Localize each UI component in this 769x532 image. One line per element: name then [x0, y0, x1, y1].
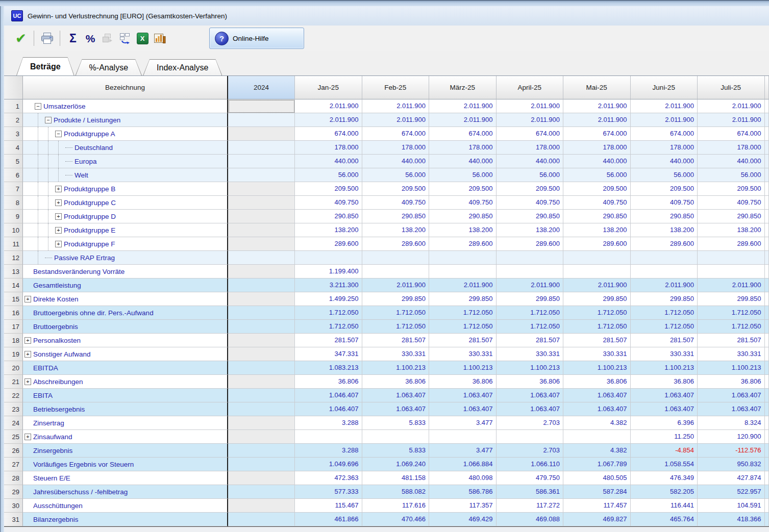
value-cell-Feb-25[interactable]	[362, 251, 430, 265]
value-cell-März-25[interactable]: 2.011.900	[429, 278, 497, 292]
row-label-cell[interactable]: Steuern E/E	[23, 471, 228, 485]
value-cell-2024[interactable]	[228, 402, 295, 416]
value-cell-März-25[interactable]	[429, 251, 497, 265]
row-number[interactable]: 6	[4, 168, 23, 182]
value-cell-April-25[interactable]: 1.063.407	[497, 389, 564, 402]
value-cell-Jan-25[interactable]: 1.046.407	[295, 402, 362, 416]
value-cell-2024[interactable]	[228, 389, 295, 402]
row-number[interactable]: 26	[4, 444, 23, 458]
value-cell-Juli-25[interactable]: 178.000	[698, 141, 765, 155]
row-number[interactable]: 30	[4, 499, 23, 513]
value-cell-2024[interactable]	[228, 444, 295, 458]
value-cell-April-25[interactable]: 2.011.900	[497, 113, 564, 127]
value-cell-Juli-25[interactable]: 1.712.050	[698, 320, 765, 334]
value-cell-Feb-25[interactable]: 2.011.900	[362, 113, 430, 127]
value-cell-Mai-25[interactable]: 440.000	[563, 155, 631, 168]
value-cell-Feb-25[interactable]: 409.750	[362, 196, 430, 210]
value-cell-Mai-25[interactable]: 587.284	[563, 485, 631, 499]
tree-expand-button[interactable]: +	[24, 434, 31, 440]
value-cell-Jan-25[interactable]: 347.331	[295, 347, 362, 361]
value-cell-April-25[interactable]: 479.750	[497, 471, 564, 485]
row-label-cell[interactable]: Europa	[23, 155, 228, 168]
row-label-cell[interactable]: +Zinsaufwand	[23, 430, 228, 444]
value-cell-Juni-25[interactable]: 409.750	[631, 196, 698, 210]
value-cell-Feb-25[interactable]: 1.100.213	[362, 361, 430, 375]
value-cell-März-25[interactable]: 2.011.900	[429, 99, 497, 113]
tree-expand-button[interactable]: +	[24, 296, 31, 302]
value-cell-März-25[interactable]: 281.507	[429, 334, 497, 347]
row-label-cell[interactable]: +Produktgruppe D	[23, 210, 228, 223]
row-number[interactable]: 9	[4, 210, 23, 223]
value-cell-Jan-25[interactable]: 461.866	[295, 513, 362, 526]
row-number[interactable]: 29	[4, 485, 23, 499]
row-label-cell[interactable]: +Produktgruppe F	[23, 237, 228, 251]
value-cell-Jan-25[interactable]: 674.000	[295, 127, 362, 141]
tab-betraege[interactable]: Beträge	[16, 57, 75, 75]
value-cell-Juli-25[interactable]: 299.850	[698, 292, 765, 306]
value-cell-Juni-25[interactable]: 116.441	[631, 499, 698, 513]
value-cell-März-25[interactable]: 1.712.050	[429, 306, 497, 320]
value-cell-April-25[interactable]: 36.806	[497, 375, 564, 389]
value-cell-2024[interactable]	[228, 237, 295, 251]
value-cell-Juli-25[interactable]: 281.507	[698, 334, 765, 347]
value-cell-Feb-25[interactable]: 281.507	[362, 334, 430, 347]
value-cell-Jan-25[interactable]: 3.288	[295, 444, 362, 458]
tree-expand-button[interactable]: +	[24, 337, 31, 344]
row-label-cell[interactable]: Gesamtleistung	[23, 278, 228, 292]
value-cell-März-25[interactable]: 290.850	[429, 210, 497, 223]
value-cell-Feb-25[interactable]: 1.069.240	[362, 458, 430, 471]
value-cell-Juni-25[interactable]: 2.011.900	[631, 99, 698, 113]
value-cell-Mai-25[interactable]	[563, 265, 631, 278]
value-cell-Juni-25[interactable]: 6.396	[631, 416, 698, 430]
row-label-cell[interactable]: Welt	[23, 168, 228, 182]
value-cell-Juli-25[interactable]: 2.011.900	[698, 99, 765, 113]
value-cell-2024[interactable]	[228, 265, 295, 278]
value-cell-Feb-25[interactable]: 117.616	[362, 499, 430, 513]
value-cell-März-25[interactable]: 1.066.884	[429, 458, 497, 471]
value-cell-2024[interactable]	[228, 375, 295, 389]
row-label-cell[interactable]: +Direkte Kosten	[23, 292, 228, 306]
online-help-button[interactable]: ? Online-Hilfe	[209, 28, 304, 49]
sum-sigma-icon[interactable]: Σ	[64, 30, 82, 47]
value-cell-Feb-25[interactable]: 138.200	[362, 223, 430, 237]
value-cell-Feb-25[interactable]: 178.000	[362, 141, 430, 155]
value-cell-Mai-25[interactable]: 4.382	[563, 444, 631, 458]
value-cell-März-25[interactable]: 36.806	[429, 375, 497, 389]
value-cell-Juli-25[interactable]: 427.874	[698, 471, 765, 485]
value-cell-2024[interactable]	[228, 485, 295, 499]
row-label-cell[interactable]: +Produktgruppe E	[23, 223, 228, 237]
row-number[interactable]: 16	[4, 306, 23, 320]
value-cell-Mai-25[interactable]: 330.331	[563, 347, 631, 361]
row-number[interactable]: 31	[4, 513, 23, 526]
value-cell-März-25[interactable]: 480.098	[429, 471, 497, 485]
value-cell-Mai-25[interactable]: 409.750	[563, 196, 631, 210]
value-cell-Juni-25[interactable]: 582.205	[631, 485, 698, 499]
value-cell-Juni-25[interactable]: 178.000	[631, 141, 698, 155]
value-cell-Juli-25[interactable]: 1.712.050	[698, 306, 765, 320]
value-cell-März-25[interactable]: 3.477	[429, 416, 497, 430]
value-cell-Mai-25[interactable]: 1.063.407	[563, 389, 631, 402]
value-cell-Juni-25[interactable]: 1.063.407	[631, 389, 698, 402]
value-cell-März-25[interactable]: 1.063.407	[429, 389, 497, 402]
value-cell-Juli-25[interactable]	[698, 265, 765, 278]
row-label-cell[interactable]: −Umsatzerlöse	[23, 99, 228, 113]
value-cell-Juni-25[interactable]: 209.500	[631, 182, 698, 196]
value-cell-Mai-25[interactable]: 299.850	[563, 292, 631, 306]
value-cell-März-25[interactable]: 117.357	[429, 499, 497, 513]
row-number[interactable]: 3	[4, 127, 23, 141]
value-cell-Juli-25[interactable]: -112.576	[698, 444, 765, 458]
value-cell-Jan-25[interactable]	[295, 251, 362, 265]
value-cell-Mai-25[interactable]: 469.827	[563, 513, 631, 526]
row-number[interactable]: 14	[4, 278, 23, 292]
value-cell-Juni-25[interactable]: 476.349	[631, 471, 698, 485]
value-cell-April-25[interactable]: 209.500	[497, 182, 564, 196]
value-cell-Mai-25[interactable]: 36.806	[563, 375, 631, 389]
value-cell-Mai-25[interactable]: 1.100.213	[563, 361, 631, 375]
value-cell-März-25[interactable]: 674.000	[429, 127, 497, 141]
row-label-cell[interactable]: Ausschüttungen	[23, 499, 228, 513]
tree-expand-button[interactable]: +	[55, 241, 62, 247]
value-cell-Feb-25[interactable]: 299.850	[362, 292, 430, 306]
value-cell-April-25[interactable]	[497, 265, 564, 278]
value-cell-Mai-25[interactable]: 2.011.900	[563, 113, 631, 127]
value-cell-2024[interactable]	[228, 196, 295, 210]
